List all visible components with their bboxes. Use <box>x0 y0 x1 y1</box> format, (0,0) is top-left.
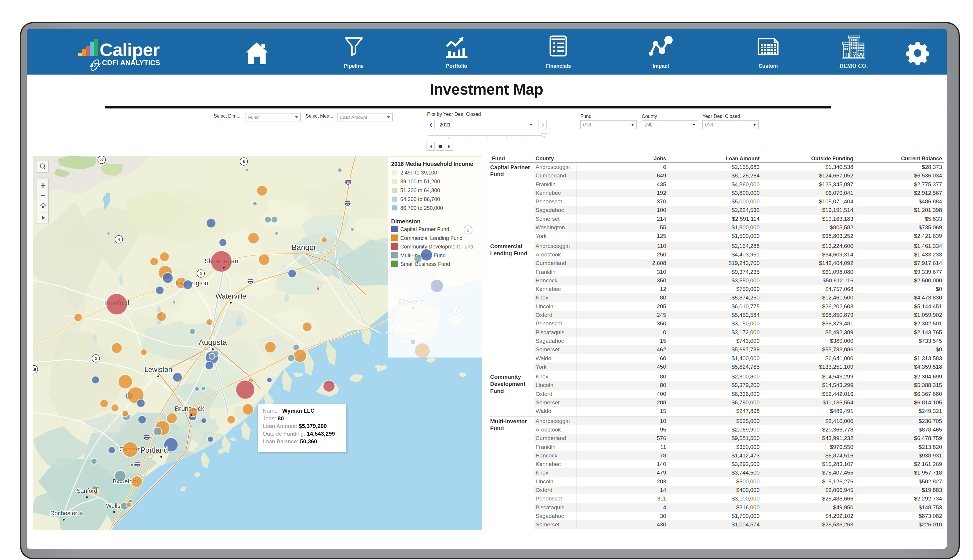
svg-text:6: 6 <box>243 160 245 164</box>
svg-text:Sanford: Sanford <box>77 487 97 494</box>
svg-text:51,200 to 64,300: 51,200 to 64,300 <box>400 187 440 193</box>
svg-text:Capital Partner Fund: Capital Partner Fund <box>400 227 449 232</box>
svg-text:Bangor: Bangor <box>292 243 316 252</box>
svg-text:16: 16 <box>33 367 36 372</box>
svg-text:Small Business Fund: Small Business Fund <box>400 261 450 267</box>
svg-text:4: 4 <box>118 237 120 242</box>
svg-text:Rochester: Rochester <box>50 510 77 517</box>
svg-text:Augusta: Augusta <box>199 338 227 347</box>
svg-text:Dimension: Dimension <box>391 218 421 225</box>
svg-text:64,300 to 86,700: 64,300 to 86,700 <box>400 196 440 202</box>
svg-text:Portland: Portland <box>140 446 168 454</box>
svg-text:ATX: ATX <box>89 62 101 68</box>
svg-text:2: 2 <box>95 356 97 361</box>
svg-text:Commercial Lending Fund: Commercial Lending Fund <box>400 235 463 241</box>
svg-text:Lewiston: Lewiston <box>145 365 172 373</box>
svg-text:2016 Media Household Income: 2016 Media Household Income <box>391 161 473 167</box>
svg-text:86,700 to 250,000: 86,700 to 250,000 <box>400 205 443 211</box>
svg-text:Community Development Fund: Community Development Fund <box>400 244 473 250</box>
svg-text:2: 2 <box>200 272 202 276</box>
svg-text:Wells: Wells <box>106 503 120 509</box>
svg-text:2,490 to 39,100: 2,490 to 39,100 <box>400 170 437 176</box>
svg-text:27: 27 <box>100 158 104 162</box>
svg-text:9: 9 <box>467 228 469 233</box>
svg-text:39,100 to 51,200: 39,100 to 51,200 <box>400 178 440 185</box>
svg-text:Waterville: Waterville <box>215 292 246 300</box>
